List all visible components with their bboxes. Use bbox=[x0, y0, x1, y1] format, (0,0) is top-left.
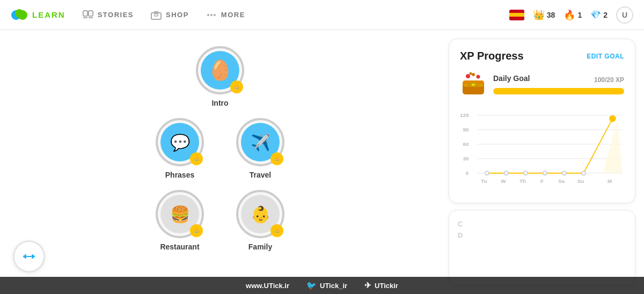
right-panel: XP Progress EDIT GOAL bbox=[440, 30, 644, 294]
svg-point-2 bbox=[15, 9, 24, 18]
course-row-2: 🍔 👑 Restaurant 👶 👑 Family bbox=[156, 190, 284, 251]
svg-text:Th: Th bbox=[519, 178, 526, 184]
svg-point-24 bbox=[470, 72, 472, 75]
family-circle: 👶 👑 bbox=[236, 190, 284, 238]
intro-badge: 👑 bbox=[230, 80, 243, 93]
edit-goal-button[interactable]: EDIT GOAL bbox=[587, 53, 624, 60]
fire-icon: 🔥 bbox=[564, 9, 575, 21]
restaurant-label: Restaurant bbox=[160, 242, 199, 251]
svg-text:M: M bbox=[608, 178, 612, 184]
watermark-bar: www.UTick.ir 🐦 UTick_ir ✈ UTickir bbox=[0, 277, 644, 294]
brand-label: LEARN bbox=[32, 10, 65, 19]
travel-label: Travel bbox=[250, 171, 271, 179]
svg-rect-26 bbox=[479, 84, 482, 86]
svg-rect-14 bbox=[25, 254, 26, 259]
gem-stat[interactable]: 💎 2 bbox=[590, 10, 608, 20]
dumbbell-icon bbox=[21, 249, 36, 264]
daily-goal-label: Daily Goal bbox=[493, 74, 530, 83]
progress-bar-bg bbox=[493, 88, 624, 94]
chart-area: 120 90 60 30 0 bbox=[460, 106, 624, 192]
watermark-site: www.UTick.ir bbox=[246, 282, 289, 290]
xp-title: XP Progress bbox=[460, 50, 524, 62]
watermark-twitter-label: UTick_ir bbox=[320, 282, 347, 290]
avatar-initial: U bbox=[622, 11, 627, 19]
svg-text:90: 90 bbox=[463, 127, 469, 133]
left-panel: 🥚 👑 Intro 💬 👑 Phrases ✈️ bbox=[0, 30, 440, 294]
xp-card: XP Progress EDIT GOAL bbox=[449, 39, 635, 203]
svg-text:60: 60 bbox=[463, 141, 469, 147]
node-restaurant[interactable]: 🍔 👑 Restaurant bbox=[156, 190, 204, 251]
logo[interactable]: LEARN bbox=[11, 6, 65, 24]
xp-chart: 120 90 60 30 0 bbox=[460, 106, 624, 189]
more-icon bbox=[206, 10, 217, 20]
svg-point-44 bbox=[610, 116, 616, 122]
nav-stories[interactable]: STORIES bbox=[83, 10, 134, 20]
svg-text:Su: Su bbox=[577, 178, 584, 184]
telegram-icon: ✈ bbox=[364, 281, 371, 290]
travel-badge: 👑 bbox=[270, 152, 283, 165]
watermark-site-label: www.UTick.ir bbox=[246, 282, 289, 290]
svg-text:F: F bbox=[540, 178, 544, 184]
svg-rect-16 bbox=[26, 256, 32, 257]
node-phrases[interactable]: 💬 👑 Phrases bbox=[156, 118, 204, 179]
restaurant-circle: 🍔 👑 bbox=[156, 190, 204, 238]
progress-bar-fill bbox=[493, 88, 624, 94]
nav-items: STORIES SHOP MORE bbox=[83, 10, 492, 20]
intro-label: Intro bbox=[211, 99, 228, 107]
node-travel[interactable]: ✈️ 👑 Travel bbox=[236, 118, 284, 179]
flag-mid bbox=[509, 13, 524, 17]
watermark-twitter: 🐦 UTick_ir bbox=[306, 281, 347, 290]
course-row-1: 💬 👑 Phrases ✈️ 👑 Travel bbox=[156, 118, 284, 179]
svg-rect-20 bbox=[472, 84, 475, 86]
goal-info: Daily Goal 100/20 XP bbox=[493, 74, 624, 94]
user-avatar[interactable]: U bbox=[616, 6, 633, 24]
svg-point-11 bbox=[214, 14, 216, 16]
crown-icon: 👑 bbox=[533, 9, 545, 21]
course-nodes: 🥚 👑 Intro 💬 👑 Phrases ✈️ bbox=[11, 41, 429, 251]
svg-rect-15 bbox=[32, 254, 33, 259]
svg-point-40 bbox=[524, 171, 528, 175]
svg-rect-8 bbox=[155, 14, 158, 16]
watermark-telegram: ✈ UTickir bbox=[364, 281, 398, 290]
watermark-telegram-label: UTickir bbox=[375, 282, 398, 290]
nav-shop[interactable]: SHOP bbox=[151, 10, 189, 20]
course-row-0: 🥚 👑 Intro bbox=[196, 46, 244, 107]
shop-icon bbox=[151, 10, 162, 20]
gem-count: 2 bbox=[603, 11, 608, 19]
svg-point-22 bbox=[472, 73, 475, 76]
svg-rect-4 bbox=[89, 11, 93, 16]
duolingo-logo bbox=[11, 6, 28, 24]
fire-stat[interactable]: 🔥 1 bbox=[564, 9, 582, 21]
flag-top bbox=[509, 10, 524, 13]
bottom-card: CD bbox=[449, 210, 635, 285]
svg-point-42 bbox=[562, 171, 566, 175]
navbar: LEARN STORIES SHOP bbox=[0, 0, 644, 30]
intro-circle: 🥚 👑 bbox=[196, 46, 244, 94]
crown-stat[interactable]: 👑 38 bbox=[533, 9, 555, 21]
xp-header: XP Progress EDIT GOAL bbox=[460, 50, 624, 62]
phrases-circle: 💬 👑 bbox=[156, 118, 204, 166]
nav-right: 👑 38 🔥 1 💎 2 U bbox=[509, 6, 633, 24]
gem-icon: 💎 bbox=[590, 10, 601, 20]
nav-more[interactable]: MORE bbox=[206, 10, 245, 20]
svg-point-39 bbox=[504, 171, 508, 175]
language-flag[interactable] bbox=[509, 10, 524, 20]
node-family[interactable]: 👶 👑 Family bbox=[236, 190, 284, 251]
shop-label: SHOP bbox=[166, 11, 189, 19]
node-intro[interactable]: 🥚 👑 Intro bbox=[196, 46, 244, 107]
svg-point-9 bbox=[207, 14, 209, 16]
svg-point-23 bbox=[477, 75, 480, 79]
svg-point-21 bbox=[466, 74, 470, 78]
svg-rect-25 bbox=[464, 84, 467, 86]
stories-icon bbox=[83, 10, 93, 20]
more-label: MORE bbox=[221, 11, 245, 19]
travel-circle: ✈️ 👑 bbox=[236, 118, 284, 166]
svg-point-43 bbox=[582, 171, 586, 175]
family-badge: 👑 bbox=[270, 224, 283, 237]
svg-text:W: W bbox=[501, 178, 506, 184]
strength-button[interactable] bbox=[13, 240, 45, 273]
family-label: Family bbox=[248, 242, 272, 251]
svg-point-10 bbox=[210, 14, 213, 16]
phrases-badge: 👑 bbox=[190, 152, 203, 165]
svg-text:30: 30 bbox=[463, 156, 469, 161]
